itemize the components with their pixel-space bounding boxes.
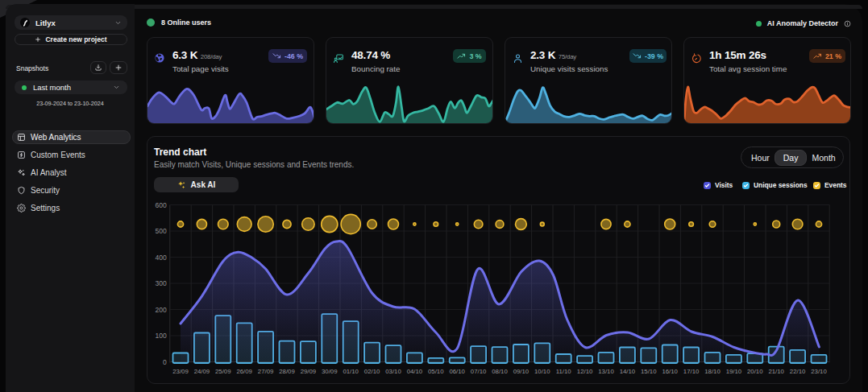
svg-text:09/10: 09/10 bbox=[513, 368, 530, 375]
svg-text:14/10: 14/10 bbox=[620, 368, 636, 375]
svg-text:600: 600 bbox=[156, 201, 167, 209]
svg-text:15/10: 15/10 bbox=[641, 368, 657, 375]
svg-text:03/10: 03/10 bbox=[385, 368, 401, 375]
svg-text:06/10: 06/10 bbox=[449, 368, 465, 375]
svg-text:10/10: 10/10 bbox=[534, 368, 550, 375]
svg-text:01/10: 01/10 bbox=[343, 368, 359, 375]
svg-text:24/09: 24/09 bbox=[194, 368, 210, 375]
svg-text:07/10: 07/10 bbox=[471, 368, 487, 375]
svg-text:08/10: 08/10 bbox=[492, 368, 508, 375]
svg-text:400: 400 bbox=[156, 254, 167, 262]
svg-text:12/10: 12/10 bbox=[577, 368, 593, 375]
svg-text:19/10: 19/10 bbox=[726, 368, 742, 375]
svg-text:100: 100 bbox=[156, 332, 167, 340]
svg-text:29/09: 29/09 bbox=[301, 368, 317, 375]
svg-text:26/09: 26/09 bbox=[236, 368, 252, 375]
svg-text:300: 300 bbox=[156, 279, 167, 287]
svg-text:21/10: 21/10 bbox=[768, 368, 784, 375]
svg-text:0: 0 bbox=[163, 358, 167, 366]
svg-text:16/10: 16/10 bbox=[662, 368, 678, 375]
svg-text:23/09: 23/09 bbox=[172, 368, 189, 375]
svg-text:18/10: 18/10 bbox=[704, 368, 721, 375]
svg-text:04/10: 04/10 bbox=[407, 368, 423, 375]
svg-text:20/10: 20/10 bbox=[747, 368, 763, 375]
svg-text:27/09: 27/09 bbox=[258, 368, 274, 375]
svg-text:30/09: 30/09 bbox=[322, 368, 338, 375]
svg-text:200: 200 bbox=[156, 306, 167, 314]
svg-text:500: 500 bbox=[156, 227, 167, 235]
svg-text:17/10: 17/10 bbox=[683, 368, 700, 375]
svg-text:25/09: 25/09 bbox=[215, 368, 231, 375]
svg-text:23/10: 23/10 bbox=[811, 368, 827, 375]
svg-text:02/10: 02/10 bbox=[364, 368, 380, 375]
svg-text:13/10: 13/10 bbox=[598, 368, 614, 375]
svg-text:22/10: 22/10 bbox=[790, 368, 806, 375]
svg-text:11/10: 11/10 bbox=[556, 368, 572, 375]
svg-text:05/10: 05/10 bbox=[428, 368, 444, 375]
svg-text:28/09: 28/09 bbox=[279, 368, 295, 375]
